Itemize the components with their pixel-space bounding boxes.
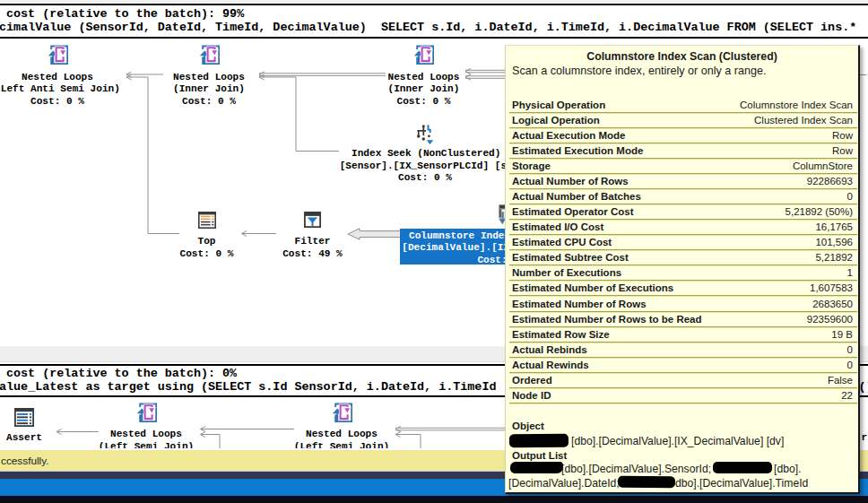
tooltip-row-underline: [509, 249, 857, 250]
node-label-line: Cost: 49 %: [210, 248, 416, 260]
tooltip-row-value: 16,1765: [815, 221, 853, 232]
tooltip-row-value: 0: [847, 191, 853, 202]
tooltip-output-header: Output List: [512, 450, 567, 461]
nested-loops-icon: [136, 403, 157, 422]
tooltip-row-underline: [509, 265, 857, 265]
tooltip-row-value: 19 B: [831, 329, 853, 340]
tooltip-row-label: Actual Rewinds: [512, 360, 589, 370]
tooltip-row-label: Estimated Number of Rows: [512, 299, 647, 309]
redaction-box: [713, 462, 772, 473]
tooltip-row-underline: [509, 112, 857, 113]
node-label-line: Nested Loops: [239, 429, 445, 440]
tooltip-row-value: Columnstore Index Scan: [740, 100, 853, 110]
node-label-line: Nested Loops: [321, 72, 527, 83]
tooltip-row-value: 0: [847, 344, 853, 355]
tooltip-output1-a: [dbo].[DecimalValue].SensorId;: [561, 463, 711, 475]
tooltip-row-underline: [509, 143, 857, 143]
tooltip-row-value: 1,607583: [810, 282, 853, 293]
tooltip-row-label: Logical Operation: [512, 115, 600, 126]
tooltip-row-underline: [509, 188, 857, 189]
tooltip-row-label: Actual Number of Batches: [512, 191, 641, 202]
tooltip-row-value: Clustered Index Scan: [754, 115, 853, 126]
bottom-black-bar: [0, 496, 868, 503]
tooltip-row-underline: [509, 234, 857, 235]
tooltip-row-value: Row: [832, 130, 853, 141]
tooltip-row-value: 5,21892: [815, 252, 853, 263]
tooltip-row-value: ColumnStore: [793, 160, 853, 171]
node-label-line: Index Seek (NonClustered): [352, 148, 500, 160]
tooltip-row-label: Estimated CPU Cost: [512, 237, 612, 247]
tooltip-row-underline: [509, 158, 857, 159]
message-bar-text: ccessfully.: [1, 455, 49, 467]
tooltip-row-underline: [509, 219, 857, 220]
tooltip-row-value: 92359600: [807, 314, 853, 325]
tooltip-object-header: Object: [512, 421, 544, 431]
tooltip-subtitle: Scan a columnstore index, entirely or on…: [512, 65, 767, 77]
assert-icon: [14, 408, 34, 427]
tooltip-row-underline: [509, 387, 857, 388]
tooltip-output2-a: [DecimalValue].DateId;: [508, 477, 620, 490]
tooltip-row-label: Actual Execution Mode: [512, 130, 626, 141]
tooltip-row-underline: [509, 342, 857, 343]
nested-loops-icon: [332, 403, 352, 422]
tooltip-row-value: 2683650: [812, 299, 853, 309]
node-label-line: Filter: [210, 236, 416, 247]
tooltip-row-value: False: [828, 375, 853, 386]
tooltip-row-underline: [509, 127, 857, 128]
tooltip-row-label: Number of Executions: [512, 267, 621, 278]
tooltip-row-label: Estimated Execution Mode: [512, 145, 643, 156]
redaction-box: [510, 462, 563, 474]
node-label-line: Nested Loops: [106, 72, 312, 83]
node-label-line: [Sensor].[IX_SensorPLCId] [s: [340, 160, 507, 172]
redaction-box: [509, 433, 569, 447]
tooltip-row-label: Physical Operation: [512, 100, 605, 110]
tooltip-row-label: Node ID: [512, 390, 551, 401]
tooltip-row-underline: [509, 372, 857, 373]
tooltip-row-underline: [509, 311, 857, 312]
node-label-line: Nested Loops: [43, 429, 249, 440]
tooltip-row-label: Estimated Row Size: [512, 329, 610, 340]
tooltip-row-label: Estimated Number of Executions: [512, 282, 673, 293]
tooltip-object-value: [dbo].[DecimalValue].[IX_DecimalValue] […: [571, 435, 784, 447]
tooltip-row-label: Actual Number of Rows: [512, 176, 629, 186]
node-label-line: (Inner Join): [106, 83, 312, 95]
top-icon: [198, 212, 216, 229]
tooltip-row-label: Storage: [512, 160, 551, 171]
node-label-line: Cost: 0 %: [321, 96, 527, 108]
node-label-line: (Inner Join): [321, 83, 527, 95]
tooltip-row-underline: [509, 204, 857, 204]
tooltip-row-underline: [509, 357, 857, 358]
tooltip-row-underline: [509, 173, 857, 174]
tooltip-output2-b: dbo].[DecimalValue].TimeId: [675, 477, 808, 490]
nested-loops-icon: [413, 45, 434, 65]
filter-icon: [304, 212, 321, 228]
index-seek-icon: [412, 122, 436, 145]
tooltip-row-value: 5,21892 (50%): [786, 206, 853, 217]
tooltip-row-underline: [509, 326, 857, 327]
tooltip-row-underline: [509, 403, 857, 403]
tooltip-row-underline: [509, 280, 857, 281]
nested-loops-icon: [199, 45, 220, 65]
tooltip-row-label: Estimated Number of Rows to be Read: [512, 314, 702, 325]
ssms-execution-plan-view: cost (relative to the batch): 99% cimalV…: [0, 0, 868, 503]
tooltip-row-label: Ordered: [512, 375, 552, 386]
tooltip-row-value: 92286693: [807, 176, 853, 186]
tooltip-row-label: Estimated Operator Cost: [512, 206, 633, 217]
tooltip-output1-b: [dbo].: [774, 463, 802, 475]
nested-loops-icon: [48, 45, 68, 65]
operator-properties-tooltip: Columnstore Index Scan (Clustered) Scan …: [505, 45, 860, 494]
tooltip-row-value: 22: [841, 390, 853, 401]
tooltip-row-label: Estimated Subtree Cost: [512, 252, 629, 263]
redaction-box: [617, 476, 674, 488]
tooltip-row-value: 0: [847, 360, 853, 370]
tooltip-row-value: Row: [832, 145, 853, 156]
tooltip-title: Columnstore Index Scan (Clustered): [506, 50, 858, 63]
tooltip-row-label: Estimated I/O Cost: [512, 221, 603, 232]
node-label-line: Cost: 0 %: [106, 96, 312, 108]
node-label-line: Cost: 0 %: [398, 172, 452, 184]
tooltip-row-value: 101,596: [815, 237, 853, 247]
tooltip-row-label: Actual Rebinds: [512, 344, 587, 355]
tooltip-row-value: 1: [847, 267, 853, 278]
tooltip-row-underline: [509, 295, 857, 296]
